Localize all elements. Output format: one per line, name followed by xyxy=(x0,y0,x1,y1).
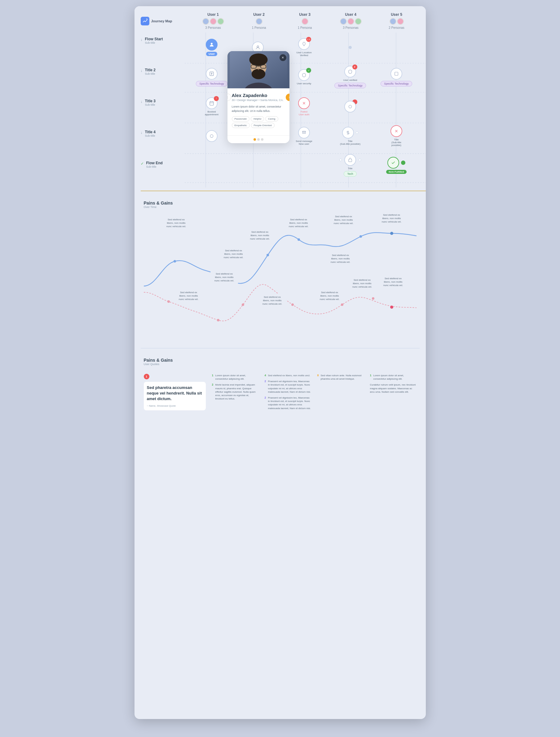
user-col-1: User 1 3 Personas xyxy=(190,12,236,29)
chevron-left-icon: ‹ xyxy=(227,95,228,99)
user3-avatars xyxy=(302,18,308,25)
journey-col-5: Specific Technology Title(Sub-titlepossi… xyxy=(373,33,420,188)
node-u5-r5[interactable] xyxy=(387,157,399,169)
dot-2 xyxy=(257,138,260,141)
node-u1-r2[interactable] xyxy=(206,68,218,80)
flow-3-label: Title 3 xyxy=(145,99,156,103)
item-fulfilled-label: Item Fulfilled xyxy=(386,170,406,174)
item-num: 1 xyxy=(212,374,214,377)
user-badge-red: 1 xyxy=(144,374,149,379)
node-u5-r2[interactable] xyxy=(390,68,402,80)
node-u5-r4-label: Title(Sub-titlepossible) xyxy=(391,138,401,147)
node-u3-r2[interactable]: ✓ xyxy=(298,69,310,81)
node-u4-r3[interactable] xyxy=(344,101,356,113)
node-u4-r2[interactable]: ✗ xyxy=(344,66,356,77)
svg-point-10 xyxy=(211,43,213,45)
svg-point-28 xyxy=(251,69,265,79)
persona-tags: Passionate Helpful Caring Empathetic Peo… xyxy=(232,116,285,128)
pain-point-4 xyxy=(291,303,294,306)
table-title: Pains & Gains xyxy=(144,358,417,363)
pains-gains-title: Pains & Gains xyxy=(144,201,417,205)
table-item: 2 Praesent vel dignissim leo, Maecenas i… xyxy=(265,396,311,410)
flow-end-icon: ✓ xyxy=(141,161,144,166)
avatar xyxy=(256,18,262,25)
gain-point-5 xyxy=(390,232,393,235)
flow-step-start: ↓ Flow Start Sub-title xyxy=(141,33,189,64)
avatar xyxy=(397,18,404,25)
node-u1-r3-label: Bookedappointment xyxy=(205,110,218,116)
gain-point-3 xyxy=(298,238,300,241)
flow-4-icon: ↓ xyxy=(141,130,143,135)
user3-title: User 3 xyxy=(299,12,311,17)
node-u4-r4-label: Title(Sub-title possible) xyxy=(340,140,360,145)
persona-description: Lorem ipsum dolor sit amet, consectetur … xyxy=(232,105,285,113)
badge-u4-r2: ✗ xyxy=(352,64,357,69)
quote-block: Sed pharetra accumsan neque vel hendreri… xyxy=(144,382,206,410)
brand-icon xyxy=(141,17,149,25)
node-u1-r3[interactable]: ! xyxy=(206,97,218,109)
popup-close-button[interactable]: × xyxy=(280,54,286,61)
flow-3-sublabel: Sub-title xyxy=(145,103,156,106)
tag-people-oriented: People-Oriented xyxy=(251,123,275,128)
item-text: Praesent vel dignissim leo, Maecenas in … xyxy=(268,396,311,410)
flow-step-2: ↓ Title 2 Sub-title xyxy=(141,64,189,95)
node-u3-r1[interactable]: 2.5 xyxy=(298,38,310,50)
flow-4-sublabel: Sub-title xyxy=(145,134,156,137)
node-u4-r2-label: User verified xyxy=(343,79,357,82)
user5-title: User 5 xyxy=(391,12,402,17)
persona-popup: × › ‹ Alex Zapadenko 30 • Design Manager… xyxy=(227,51,289,143)
flow-3-icon: ↓ xyxy=(141,99,143,104)
svg-rect-22 xyxy=(395,72,398,75)
pain-point-3 xyxy=(242,303,244,306)
user-col-5: User 5 2 Personas xyxy=(374,12,420,29)
pain-point-2 xyxy=(217,319,219,321)
node-u4-r4[interactable] xyxy=(342,127,354,139)
node-u3-r3[interactable] xyxy=(298,97,310,109)
flow-2-sublabel: Sub-title xyxy=(145,72,156,75)
user4-avatars xyxy=(340,18,362,25)
user3-personas: 1 Persona xyxy=(298,26,312,29)
item-num: 2 xyxy=(265,380,266,383)
flow-step-4: ↓ Title 4 Sub-title xyxy=(141,126,189,157)
persona-name: Alex Zapadenko xyxy=(232,93,285,98)
pains-gains-section: Pains & Gains Over Time xyxy=(134,194,426,348)
table-col-5: 1 Lorem ipsum dolor sit amet, consectetu… xyxy=(370,374,417,413)
svg-rect-12 xyxy=(210,101,214,105)
avatar xyxy=(390,18,396,25)
node-u5-r4[interactable] xyxy=(390,125,402,137)
node-u3-r2-label: User security xyxy=(297,82,311,85)
badge-u5-r5 xyxy=(401,161,405,165)
pain-point-5 xyxy=(341,303,343,306)
user1-avatars xyxy=(202,18,224,25)
node-u3-r4[interactable] xyxy=(298,127,310,139)
quote-text: Sed pharetra accumsan neque vel hendreri… xyxy=(147,385,203,402)
app-container: Journey Map User 1 3 Personas User 2 1 P… xyxy=(134,6,426,719)
table-item: 8 Sed vitae rutrum ante. Nulla euismod p… xyxy=(317,374,364,381)
table-item: 4 Sed eleifend ex libero, non mollis unc… xyxy=(265,374,311,377)
svg-point-27 xyxy=(249,53,267,66)
dot-u4-r1 xyxy=(349,46,352,49)
table-item: Curabitur rutrum velit ipsum, nec tincid… xyxy=(370,383,417,394)
dot-3 xyxy=(261,138,263,141)
persona-meta: 30 • Design Manager • Santa Monica, CA. xyxy=(232,99,285,102)
node-u1-r4[interactable] xyxy=(206,130,218,142)
avatar xyxy=(355,18,362,25)
item-text: Curabitur rutrum velit ipsum, nec tincid… xyxy=(370,383,417,394)
flow-end-label: Flow End xyxy=(146,161,163,165)
user5-avatars xyxy=(390,18,404,25)
table-item: 2 Morbi lacinia erat imperdiet, aliquam … xyxy=(212,383,258,400)
table-item: 1 Lorem ipsum dolor sit amet, consectetu… xyxy=(212,374,258,381)
avatar xyxy=(217,18,224,25)
user2-personas: 1 Persona xyxy=(252,26,266,29)
item-num: 2 xyxy=(265,396,266,399)
node-u4-r5[interactable] xyxy=(344,154,356,166)
user4-title: User 4 xyxy=(345,12,356,17)
separator xyxy=(141,191,426,191)
gain-point-1 xyxy=(174,260,176,263)
node-u1-r1[interactable] xyxy=(206,39,218,51)
tag-helpful: Helpful xyxy=(251,116,264,121)
table-subtitle: User Quotes xyxy=(144,363,417,366)
user1-personas: 3 Personas xyxy=(205,26,221,29)
pill-specific-tech-u4: Specific Technology xyxy=(334,83,366,88)
pains-line xyxy=(144,285,417,321)
